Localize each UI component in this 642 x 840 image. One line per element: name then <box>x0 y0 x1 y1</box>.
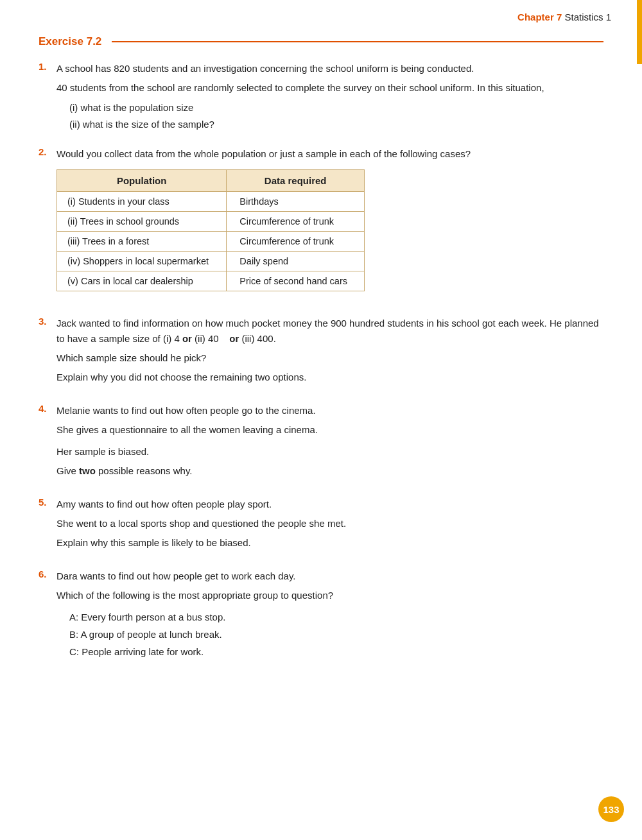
exercise-title: Exercise 7.2 <box>39 35 101 48</box>
q1-line1: A school has 820 students and an investi… <box>56 61 603 76</box>
q4-line4: Give two possible reasons why. <box>56 463 603 479</box>
table-cell-data-4: Daily spend <box>227 252 365 271</box>
question-4-number: 4. <box>39 403 56 414</box>
question-6: 6. Dara wants to find out how people get… <box>39 569 603 660</box>
question-2-number: 2. <box>39 146 56 157</box>
q5-line1: Amy wants to find out how often people p… <box>56 497 603 512</box>
q6-intro: Dara wants to find out how people get to… <box>56 569 603 584</box>
page-container: Chapter 7 Statistics 1 Exercise 7.2 1. A… <box>0 0 642 840</box>
q1-item-i: (i) what is the population size <box>69 99 603 116</box>
table-header-population: Population <box>57 170 227 192</box>
question-3-number: 3. <box>39 316 56 327</box>
q2-table: Population Data required (i) Students in… <box>56 169 365 291</box>
q3-or-2: or <box>229 333 239 344</box>
q3-line3: Explain why you did not choose the remai… <box>56 370 603 385</box>
table-row: (v) Cars in local car dealership Price o… <box>57 271 365 291</box>
exercise-divider <box>112 41 603 42</box>
q5-line3: Explain why this sample is likely to be … <box>56 535 603 551</box>
table-header-data-required: Data required <box>227 170 365 192</box>
question-6-number: 6. <box>39 569 56 579</box>
q3-line1: Jack wanted to find information on how m… <box>56 316 603 347</box>
table-cell-data-1: Birthdays <box>227 192 365 212</box>
table-cell-population-1: (i) Students in your class <box>57 192 227 212</box>
table-cell-population-3: (iii) Trees in a forest <box>57 232 227 252</box>
q1-subitems: (i) what is the population size (ii) wha… <box>69 99 603 132</box>
question-6-body: Dara wants to find out how people get to… <box>56 569 603 660</box>
question-4-body: Melanie wants to find out how often peop… <box>56 403 603 483</box>
chapter-label: Chapter 7 Statistics 1 <box>517 12 611 22</box>
question-1: 1. A school has 820 students and an inve… <box>39 61 603 132</box>
q1-line2: 40 students from the school are randomly… <box>56 80 603 96</box>
q6-option-c: C: People arriving late for work. <box>69 643 603 660</box>
q5-line2: She went to a local sports shop and ques… <box>56 516 603 531</box>
question-2-body: Would you collect data from the whole po… <box>56 146 603 302</box>
q2-intro: Would you collect data from the whole po… <box>56 146 603 162</box>
q3-or-1: or <box>182 333 192 344</box>
q4-line3: Her sample is biased. <box>56 444 603 459</box>
q6-option-a: A: Every fourth person at a bus stop. <box>69 608 603 626</box>
q3-line2: Which sample size should he pick? <box>56 350 603 366</box>
table-row: (ii) Trees in school grounds Circumferen… <box>57 212 365 232</box>
exercise-heading: Exercise 7.2 <box>39 35 603 48</box>
question-1-number: 1. <box>39 61 56 72</box>
table-cell-data-5: Price of second hand cars <box>227 271 365 291</box>
table-row: (i) Students in your class Birthdays <box>57 192 365 212</box>
chapter-title: Chapter 7 <box>517 12 562 22</box>
table-cell-data-2: Circumference of trunk <box>227 212 365 232</box>
q6-options: A: Every fourth person at a bus stop. B:… <box>69 608 603 660</box>
q4-bold-two: two <box>79 465 96 476</box>
question-5-number: 5. <box>39 497 56 508</box>
top-accent-bar <box>637 0 642 64</box>
table-cell-population-4: (iv) Shoppers in local supermarket <box>57 252 227 271</box>
table-row: (iv) Shoppers in local supermarket Daily… <box>57 252 365 271</box>
table-row: (iii) Trees in a forest Circumference of… <box>57 232 365 252</box>
q1-item-ii: (ii) what is the size of the sample? <box>69 116 603 133</box>
question-5: 5. Amy wants to find out how often peopl… <box>39 497 603 554</box>
question-3-body: Jack wanted to find information on how m… <box>56 316 603 389</box>
question-5-body: Amy wants to find out how often people p… <box>56 497 603 554</box>
table-cell-population-5: (v) Cars in local car dealership <box>57 271 227 291</box>
question-1-body: A school has 820 students and an investi… <box>56 61 603 132</box>
page-number: 133 <box>598 796 624 822</box>
question-2: 2. Would you collect data from the whole… <box>39 146 603 302</box>
question-4: 4. Melanie wants to find out how often p… <box>39 403 603 483</box>
page-header: Chapter 7 Statistics 1 <box>0 0 637 29</box>
question-3: 3. Jack wanted to find information on ho… <box>39 316 603 389</box>
chapter-subtitle: Statistics 1 <box>564 12 611 22</box>
q4-line1: Melanie wants to find out how often peop… <box>56 403 603 418</box>
main-content: Exercise 7.2 1. A school has 820 student… <box>0 29 642 713</box>
q6-intro2: Which of the following is the most appro… <box>56 588 603 603</box>
table-cell-population-2: (ii) Trees in school grounds <box>57 212 227 232</box>
table-cell-data-3: Circumference of trunk <box>227 232 365 252</box>
q6-option-b: B: A group of people at lunch break. <box>69 626 603 643</box>
q4-line2: She gives a questionnaire to all the wom… <box>56 422 603 438</box>
